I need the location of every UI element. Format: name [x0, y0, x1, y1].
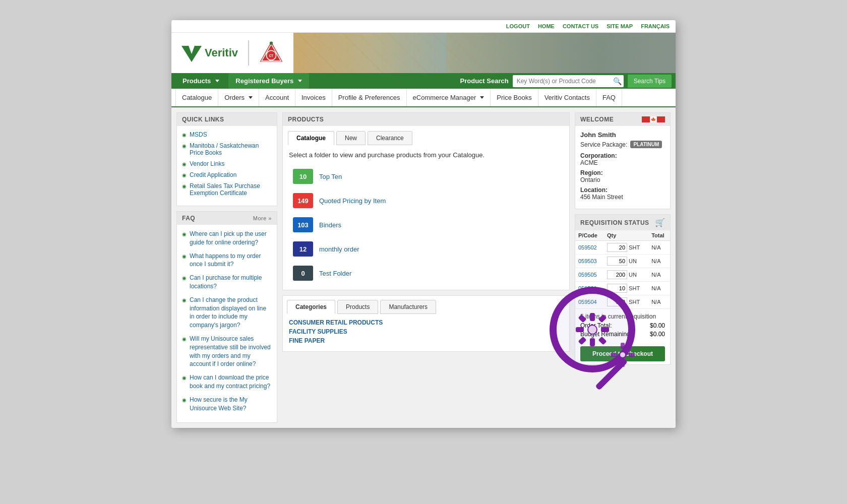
products-content: Select a folder to view and purchase pro… [283, 145, 569, 290]
welcome-content: John Smith Service Package: PLATINUM Cor… [575, 126, 670, 209]
tab-products[interactable]: Products [337, 300, 378, 314]
pcode-3[interactable]: 059501 [575, 282, 604, 295]
requisition-summary: 5 items in current requisition Order Tot… [575, 309, 670, 343]
tab-catalogue[interactable]: Catalogue [288, 131, 334, 145]
logout-link[interactable]: LOGOUT [506, 23, 530, 29]
tab-clearance[interactable]: Clearance [368, 131, 412, 145]
order-total-label: Order Total: [580, 322, 612, 329]
folder-name-quoted-pricing: Quoted Pricing by Item [319, 197, 386, 205]
pcode-0[interactable]: 059502 [575, 241, 604, 255]
faq-item-0[interactable]: ◉ Where can I pick up the user guide for… [182, 230, 272, 247]
products-header: PRODUCTS [283, 113, 569, 126]
folder-quoted-pricing[interactable]: 149 Quoted Pricing by Item [289, 190, 563, 211]
quick-link-credit-app[interactable]: ◉ Credit Application [182, 171, 272, 178]
contact-us-link[interactable]: CONTACT US [563, 23, 598, 29]
budget-remaining-label: Budget Remaining: [580, 331, 632, 338]
qty-input-2[interactable] [607, 270, 627, 279]
category-facility-supplies[interactable]: FACILITY SUPPLIES [289, 328, 563, 335]
items-count: 5 items in current requisition [580, 313, 665, 320]
pcode-1[interactable]: 059503 [575, 255, 604, 268]
registered-buyers-btn[interactable]: Registered Buyers [228, 73, 309, 89]
francais-link[interactable]: FRANÇAIS [641, 23, 670, 29]
folder-monthly-order[interactable]: 12 monthly order [289, 238, 563, 260]
corporation-row: Corporation: ACME [580, 152, 665, 166]
search-icon-btn[interactable]: 🔍 [613, 77, 622, 85]
qty-input-3[interactable] [607, 284, 627, 293]
secondary-nav: Catalogue Orders Account Invoices Profil… [171, 89, 676, 107]
veritiv-logo: Veritiv [182, 44, 238, 62]
tab-new[interactable]: New [336, 131, 366, 145]
faq-item-4[interactable]: ◉ Will my Unisource sales representative… [182, 335, 272, 368]
faq-content: ◉ Where can I pick up the user guide for… [177, 225, 277, 422]
ecommerce-dropdown-icon [480, 96, 484, 99]
bullet-icon: ◉ [182, 132, 187, 138]
canadian-tire-logo: CT [259, 41, 283, 65]
search-tips-btn[interactable]: Search Tips [628, 75, 672, 88]
pcode-4[interactable]: 059504 [575, 295, 604, 309]
orders-nav-link[interactable]: Orders [218, 89, 259, 106]
corporation-label: Corporation: [580, 152, 665, 159]
invoices-nav-link[interactable]: Invoices [295, 89, 332, 106]
folder-binders[interactable]: 103 Binders [289, 214, 563, 235]
select-folder-text: Select a folder to view and purchase pro… [289, 151, 563, 159]
req-row-1: 059503 UN N/A [575, 255, 670, 268]
tab-manufacturers[interactable]: Manufacturers [380, 300, 436, 314]
unit-3: SHT [629, 285, 640, 291]
bullet-icon: ◉ [182, 172, 187, 178]
quick-links-box: QUICK LINKS ◉ MSDS ◉ Manitoba / Saskatch… [176, 112, 277, 206]
green-nav: Products Registered Buyers Product Searc… [171, 73, 676, 89]
pcode-2[interactable]: 059505 [575, 268, 604, 282]
faq-item-1[interactable]: ◉ What happens to my order once I submit… [182, 252, 272, 269]
ecommerce-nav-link[interactable]: eCommerce Manager [407, 89, 491, 106]
req-table-header-row: P/Code Qty Total [575, 230, 670, 241]
left-panel: QUICK LINKS ◉ MSDS ◉ Manitoba / Saskatch… [176, 112, 277, 423]
quick-links-header: QUICK LINKS [177, 113, 277, 126]
region-row: Region: Ontario [580, 169, 665, 183]
qty-input-4[interactable] [607, 297, 627, 306]
search-input[interactable] [513, 75, 624, 87]
search-label: Product Search [460, 77, 509, 85]
faq-more-link[interactable]: More » [253, 215, 272, 221]
faq-item-2[interactable]: ◉ Can I purchase for multiple locations? [182, 274, 272, 291]
home-link[interactable]: HOME [538, 23, 555, 29]
proceed-checkout-btn[interactable]: Proceed to Checkout [580, 346, 665, 361]
qty-input-1[interactable] [607, 257, 627, 266]
req-row-0: 059502 SHT N/A [575, 241, 670, 255]
folder-badge-monthly-order: 12 [293, 241, 313, 257]
veritiv-contacts-nav-link[interactable]: Veritiv Contacts [538, 89, 596, 106]
pricebooks-nav-link[interactable]: Price Books [491, 89, 538, 106]
qty-2: UN [604, 268, 648, 282]
veritiv-v-icon [182, 44, 202, 62]
profile-nav-link[interactable]: Profile & Preferences [332, 89, 407, 106]
faq-item-5[interactable]: ◉ How can I download the price book and … [182, 373, 272, 391]
folder-top-ten[interactable]: 10 Top Ten [289, 166, 563, 187]
faq-item-6[interactable]: ◉ How secure is the My Unisource Web Sit… [182, 396, 272, 413]
quick-link-msds[interactable]: ◉ MSDS [182, 131, 272, 138]
category-fine-paper[interactable]: FINE PAPER [289, 337, 563, 344]
category-consumer-retail[interactable]: CONSUMER RETAIL PRODUCTS [289, 319, 563, 326]
qty-input-0[interactable] [607, 243, 627, 252]
qty-0: SHT [604, 241, 648, 255]
quick-link-mb-price-books[interactable]: ◉ Manitoba / Saskatchewan Price Books [182, 142, 272, 156]
bottom-tab-content: CONSUMER RETAIL PRODUCTS FACILITY SUPPLI… [283, 314, 569, 351]
quick-link-retail-tax[interactable]: ◉ Retail Sales Tax Purchase Exemption Ce… [182, 182, 272, 197]
total-0: N/A [648, 241, 670, 255]
account-nav-link[interactable]: Account [259, 89, 295, 106]
center-panel: PRODUCTS Catalogue New Clearance Select … [282, 112, 570, 352]
region-value: Ontario [580, 176, 665, 183]
folder-name-monthly-order: monthly order [319, 245, 359, 253]
products-nav-btn[interactable]: Products [175, 73, 226, 89]
tab-categories[interactable]: Categories [287, 300, 335, 314]
total-col-header: Total [648, 230, 670, 241]
logo-area: Veritiv CT [171, 33, 293, 73]
catalogue-nav-link[interactable]: Catalogue [175, 89, 218, 106]
faq-item-3[interactable]: ◉ Can I change the product information d… [182, 296, 272, 330]
service-package: Service Package: PLATINUM [580, 141, 665, 148]
site-map-link[interactable]: SITE MAP [607, 23, 633, 29]
bottom-tabs-box: Categories Products Manufacturers CONSUM… [282, 295, 570, 352]
bullet-icon: ◉ [182, 397, 187, 404]
quick-link-vendor-links[interactable]: ◉ Vendor Links [182, 160, 272, 167]
faq-nav-link[interactable]: FAQ [596, 89, 622, 106]
bullet-icon: ◉ [182, 231, 187, 238]
folder-test[interactable]: 0 Test Folder [289, 263, 563, 284]
